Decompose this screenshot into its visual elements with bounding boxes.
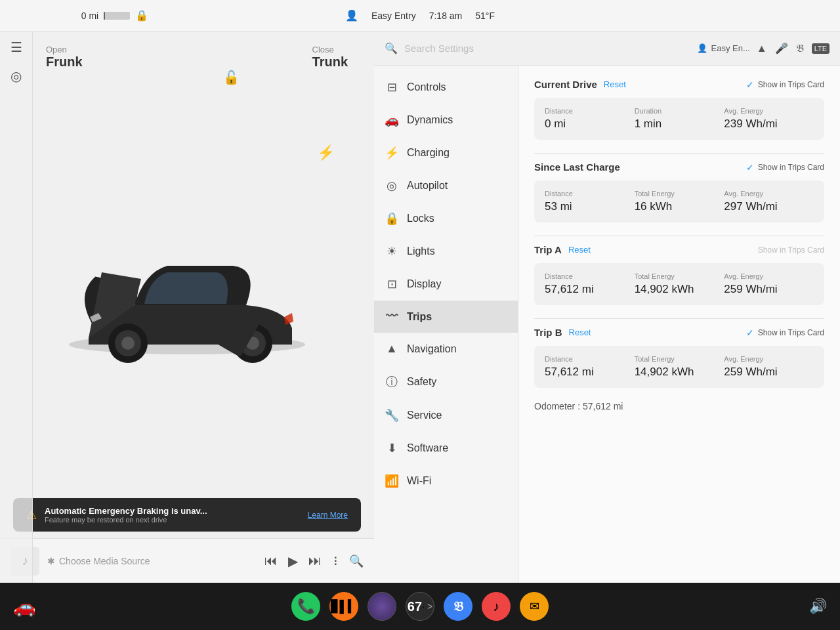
search-icon: 🔍: [385, 42, 398, 54]
nav-item-autopilot[interactable]: ◎ Autopilot: [374, 169, 518, 202]
media-source-label: Choose Media Source: [59, 556, 150, 566]
easy-entry-button[interactable]: 👤 Easy En...: [697, 43, 750, 53]
top-status-icons: ▲ 🎤 𝔅 LTE: [757, 42, 830, 54]
tire-icon[interactable]: ◎: [10, 68, 22, 84]
since-last-charge-stats: Distance 53 mi Total Energy 16 kWh Avg. …: [534, 180, 824, 222]
car-illustration: [49, 207, 325, 377]
mail-app-icon[interactable]: ✉: [520, 592, 549, 621]
slc-distance-label: Distance: [545, 190, 635, 198]
signal-icon: ▲: [757, 43, 767, 54]
nav-item-controls[interactable]: ⊟ Controls: [374, 71, 518, 104]
current-drive-duration: Duration 1 min: [635, 107, 724, 131]
skip-back-button[interactable]: ⏮: [264, 553, 278, 568]
controls-label: Controls: [407, 81, 446, 93]
since-last-charge-section: Since Last Charge ✓ Show in Trips Card D…: [534, 161, 824, 222]
distance-value: 0 mi: [545, 117, 635, 131]
trip-b-distance-value: 57,612 mi: [545, 366, 635, 379]
speed-arrow: >: [427, 601, 432, 612]
equalizer-app-icon[interactable]: ▊▌▍: [329, 592, 358, 621]
menu-icon[interactable]: ☰: [10, 39, 22, 55]
trip-b-distance-label: Distance: [545, 355, 635, 363]
bluetooth-icon: 𝔅: [796, 43, 804, 54]
lte-icon: LTE: [812, 43, 830, 54]
slc-distance: Distance 53 mi: [545, 190, 635, 213]
trunk-label: Close: [312, 45, 334, 54]
trip-b-total-energy-value: 14,902 kWh: [635, 366, 724, 379]
display-label: Display: [407, 278, 441, 290]
energy-label: Avg. Energy: [724, 107, 814, 115]
settings-search-bar: 🔍 Search Settings 👤 Easy En... ▲ 🎤 𝔅 LTE: [374, 32, 840, 66]
dynamics-label: Dynamics: [407, 114, 453, 126]
current-drive-stats: Distance 0 mi Duration 1 min Avg. Energy…: [534, 98, 824, 140]
trunk-control[interactable]: Close Trunk: [312, 45, 348, 70]
trip-a-total-energy-value: 14,902 kWh: [635, 283, 724, 296]
trip-b-avg-energy-label: Avg. Energy: [724, 355, 814, 363]
frunk-action: Frunk: [46, 54, 83, 70]
slc-avg-energy-label: Avg. Energy: [724, 190, 814, 198]
charging-label: Charging: [407, 147, 450, 159]
current-drive-checkmark: ✓: [746, 79, 754, 90]
trip-a-show-trips[interactable]: Show in Trips Card: [758, 245, 824, 255]
search-placeholder[interactable]: Search Settings: [404, 43, 690, 54]
music-app-icon[interactable]: ♪: [482, 592, 511, 621]
nav-item-safety[interactable]: ⓘ Safety: [374, 365, 518, 399]
slc-avg-energy-value: 297 Wh/mi: [724, 200, 814, 213]
bluetooth-app-icon[interactable]: 𝔅: [444, 592, 472, 621]
trip-b-title: Trip B: [534, 327, 562, 338]
camera-app-icon[interactable]: [368, 592, 396, 621]
trips-panel: Current Drive Reset ✓ Show in Trips Card…: [518, 66, 840, 583]
battery-indicator: [104, 12, 130, 20]
status-bar-center: 👤 Easy Entry 7:18 am 51°F: [217, 9, 623, 22]
nav-item-navigation[interactable]: ▲ Navigation: [374, 333, 518, 365]
current-drive-show-label: Show in Trips Card: [758, 80, 824, 89]
software-label: Software: [407, 442, 448, 454]
nav-item-service[interactable]: 🔧 Service: [374, 399, 518, 432]
trip-b-energy-total: Total Energy 14,902 kWh: [635, 355, 724, 379]
volume-icon[interactable]: 🔊: [809, 598, 827, 615]
svg-point-3: [121, 337, 135, 350]
since-last-charge-show-trips[interactable]: ✓ Show in Trips Card: [746, 162, 824, 173]
current-drive-reset-button[interactable]: Reset: [604, 79, 626, 89]
odometer-display: Odometer : 57,612 mi: [534, 401, 824, 411]
frunk-label: Open: [46, 45, 67, 54]
trips-label: Trips: [407, 311, 432, 323]
divider-1: [534, 153, 824, 154]
nav-item-display[interactable]: ⊡ Display: [374, 268, 518, 301]
since-last-charge-show-label: Show in Trips Card: [758, 163, 824, 172]
trunk-action: Trunk: [312, 54, 348, 70]
trip-a-distance-label: Distance: [545, 272, 635, 280]
nav-item-trips[interactable]: 〰 Trips: [374, 301, 518, 333]
car-taskbar-icon[interactable]: 🚗: [13, 596, 36, 618]
media-bar: ♪ ✱ Choose Media Source ⏮ ▶ ⏭ ⫶ 🔍: [0, 538, 374, 583]
skip-forward-button[interactable]: ⏭: [308, 553, 322, 568]
frunk-control[interactable]: Open Frunk: [46, 45, 83, 70]
alert-banner: ⚠ Automatic Emergency Braking is unav...…: [13, 498, 361, 532]
trip-a-energy-total: Total Energy 14,902 kWh: [635, 272, 724, 296]
charging-icon: ⚡: [385, 146, 399, 160]
nav-item-charging[interactable]: ⚡ Charging: [374, 136, 518, 169]
nav-item-dynamics[interactable]: 🚗 Dynamics: [374, 104, 518, 136]
media-search-button[interactable]: 🔍: [349, 554, 364, 568]
trip-b-show-trips[interactable]: ✓ Show in Trips Card: [746, 327, 824, 338]
lights-label: Lights: [407, 245, 435, 257]
trip-b-avg-energy-value: 259 Wh/mi: [724, 366, 814, 379]
alert-title: Automatic Emergency Braking is unav...: [45, 506, 300, 516]
navigation-icon: ▲: [385, 342, 399, 356]
nav-item-wifi[interactable]: 📶 Wi-Fi: [374, 465, 518, 497]
current-drive-show-trips[interactable]: ✓ Show in Trips Card: [746, 79, 824, 90]
play-button[interactable]: ▶: [288, 553, 298, 569]
left-panel: ☰ ◎ Open Frunk Close Trunk 🔓: [0, 32, 374, 583]
nav-item-locks[interactable]: 🔒 Locks: [374, 202, 518, 235]
alert-subtitle: Feature may be restored on next drive: [45, 516, 300, 524]
dynamics-icon: 🚗: [385, 113, 399, 127]
trip-a-reset-button[interactable]: Reset: [568, 245, 591, 255]
trip-b-reset-button[interactable]: Reset: [569, 327, 591, 337]
equalizer-button[interactable]: ⫶: [332, 553, 339, 568]
nav-item-lights[interactable]: ☀ Lights: [374, 235, 518, 268]
locks-label: Locks: [407, 213, 434, 224]
duration-value: 1 min: [635, 117, 724, 131]
phone-app-icon[interactable]: 📞: [291, 592, 320, 621]
nav-item-software[interactable]: ⬇ Software: [374, 432, 518, 465]
trip-a-avg-energy-value: 259 Wh/mi: [724, 283, 814, 296]
alert-learn-more-link[interactable]: Learn More: [308, 511, 348, 520]
